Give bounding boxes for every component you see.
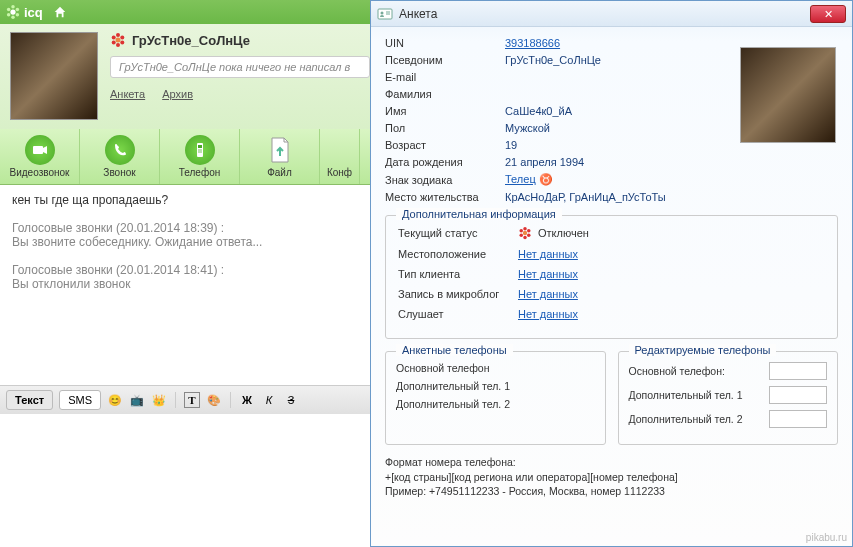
voice-call-label: Звонок (82, 167, 157, 178)
firstname-label: Имя (385, 105, 505, 117)
main-phone-label: Основной телефон: (629, 365, 766, 377)
svg-point-4 (11, 16, 15, 20)
svg-point-8 (116, 33, 120, 37)
zodiac-value[interactable]: Телец (505, 173, 536, 185)
phone-format-hint: Формат номера телефона: +[код страны][ко… (385, 455, 838, 499)
archive-link[interactable]: Архив (162, 88, 193, 100)
add-phone1-input[interactable] (769, 386, 827, 404)
file-label: Файл (242, 167, 317, 178)
contact-name: ГрУсТн0е_СоЛнЦе (132, 33, 250, 48)
listening-label: Слушает (398, 308, 518, 320)
svg-point-31 (519, 229, 523, 233)
svg-point-9 (120, 36, 124, 40)
profile-avatar (740, 47, 836, 143)
editable-phones-fieldset: Редактируемые телефоны Основной телефон:… (618, 351, 839, 445)
voice-call-button[interactable]: Звонок (80, 129, 160, 184)
add-phone2-input[interactable] (769, 410, 827, 428)
hint-line1: Формат номера телефона: (385, 455, 838, 470)
profile-card-icon (377, 6, 393, 22)
svg-point-19 (198, 151, 199, 152)
add-phone2-label: Дополнительный тел. 2 (396, 398, 595, 410)
color-icon[interactable]: 🎨 (206, 392, 222, 408)
svg-point-11 (116, 43, 120, 47)
text-tab[interactable]: Текст (6, 390, 53, 410)
phone-button[interactable]: Телефон (160, 129, 240, 184)
phone-label: Телефон (162, 167, 237, 178)
extra-info-fieldset: Дополнительная информация Текущий статус… (385, 215, 838, 339)
sms-tab[interactable]: SMS (59, 390, 101, 410)
profile-window: Анкета ✕ UIN393188666 ПсевдонимГрУсТн0е_… (370, 0, 853, 547)
svg-point-12 (112, 41, 116, 45)
flower-icon (110, 32, 126, 48)
gender-label: Пол (385, 122, 505, 134)
hint-line3: Пример: +74951112233 - Россия, Москва, н… (385, 484, 838, 499)
editable-phones-legend: Редактируемые телефоны (629, 344, 777, 356)
svg-point-7 (116, 38, 121, 43)
microblog-label: Запись в микроблог (398, 288, 518, 300)
svg-rect-14 (33, 146, 43, 154)
add-phone1-label: Дополнительный тел. 1 (396, 380, 595, 392)
bold-button[interactable]: Ж (239, 392, 255, 408)
svg-point-0 (10, 9, 15, 14)
main-phone-input[interactable] (769, 362, 827, 380)
svg-point-22 (381, 11, 384, 14)
italic-button[interactable]: К (261, 392, 277, 408)
gender-value: Мужской (505, 122, 550, 134)
brand-text: icq (24, 5, 43, 20)
birthdate-label: Дата рождения (385, 156, 505, 168)
location-label: Место жительства (385, 191, 505, 203)
svg-point-1 (11, 5, 15, 9)
location-value: КрАсНоДаР, ГрАнИцА_пУсТоТы (505, 191, 666, 203)
status-value: Отключен (538, 227, 589, 239)
geo-value[interactable]: Нет данных (518, 248, 578, 260)
svg-point-30 (519, 233, 523, 237)
tv-icon[interactable]: 📺 (129, 392, 145, 408)
age-label: Возраст (385, 139, 505, 151)
profile-phones-fieldset: Анкетные телефоны Основной телефон Допол… (385, 351, 606, 445)
listening-value[interactable]: Нет данных (518, 308, 578, 320)
microblog-value[interactable]: Нет данных (518, 288, 578, 300)
svg-point-18 (200, 149, 201, 150)
client-value[interactable]: Нет данных (518, 268, 578, 280)
svg-point-25 (523, 231, 527, 235)
video-call-label: Видеозвонок (2, 167, 77, 178)
svg-point-2 (16, 8, 20, 12)
svg-point-13 (112, 36, 116, 40)
zodiac-label: Знак зодиака (385, 174, 505, 186)
hint-line2: +[код страны][код региона или оператора]… (385, 470, 838, 485)
svg-point-28 (527, 233, 531, 237)
profile-phones-legend: Анкетные телефоны (396, 344, 513, 356)
status-text[interactable]: ГрУсТн0е_СоЛнЦе пока ничего не написал в (110, 56, 370, 78)
smiley-icon[interactable]: 😊 (107, 392, 123, 408)
extra-info-legend: Дополнительная информация (396, 208, 562, 220)
conf-button[interactable]: Конф (320, 129, 360, 184)
nickname-value: ГрУсТн0е_СоЛнЦе (505, 54, 601, 66)
strike-button[interactable]: З (283, 392, 299, 408)
close-button[interactable]: ✕ (810, 5, 846, 23)
profile-titlebar[interactable]: Анкета ✕ (371, 1, 852, 27)
icq-logo: icq (6, 5, 43, 20)
svg-point-20 (200, 151, 201, 152)
svg-point-6 (7, 8, 11, 12)
svg-point-3 (16, 13, 20, 17)
profile-link[interactable]: Анкета (110, 88, 145, 100)
contact-avatar[interactable] (10, 32, 98, 120)
svg-point-29 (523, 236, 527, 240)
nickname-label: Псевдоним (385, 54, 505, 66)
watermark: pikabu.ru (806, 532, 847, 543)
lastname-label: Фамилия (385, 88, 505, 100)
geo-label: Местоположение (398, 248, 518, 260)
add-phone2-label: Дополнительный тел. 2 (629, 413, 766, 425)
file-button[interactable]: Файл (240, 129, 320, 184)
svg-rect-16 (198, 145, 202, 148)
uin-value[interactable]: 393188666 (505, 37, 560, 49)
age-value: 19 (505, 139, 517, 151)
email-label: E-mail (385, 71, 505, 83)
font-icon[interactable]: T (184, 392, 200, 408)
main-phone-label: Основной телефон (396, 362, 595, 374)
crown-icon[interactable]: 👑 (151, 392, 167, 408)
home-button[interactable] (51, 3, 69, 21)
video-call-button[interactable]: Видеозвонок (0, 129, 80, 184)
svg-point-27 (527, 229, 531, 233)
flower-icon (518, 226, 532, 240)
